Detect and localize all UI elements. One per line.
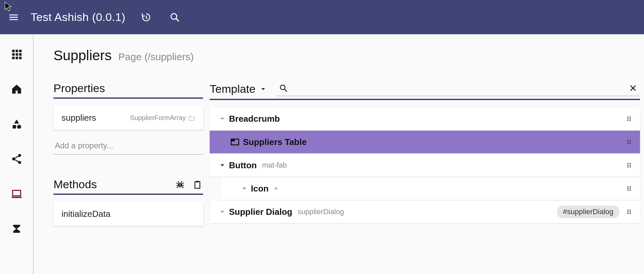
search-icon — [169, 12, 180, 23]
history-button[interactable] — [139, 10, 154, 25]
app-title: Test Ashish (0.0.1) — [31, 11, 125, 24]
svg-point-53 — [630, 190, 631, 191]
debug-button[interactable] — [174, 179, 186, 190]
svg-rect-4 — [19, 50, 22, 53]
property-name: suppliers — [61, 113, 96, 123]
expand-toggle[interactable] — [238, 182, 251, 195]
sidebar-share[interactable] — [8, 151, 25, 167]
svg-point-24 — [280, 85, 285, 90]
tree-row[interactable]: Buttonmat-fab — [210, 154, 640, 177]
chevron-down-icon — [241, 185, 248, 192]
svg-point-46 — [627, 166, 629, 168]
expand-toggle[interactable] — [216, 159, 229, 172]
sidebar-shapes[interactable] — [8, 116, 25, 132]
svg-point-45 — [630, 165, 631, 166]
top-bar: Test Ashish (0.0.1) — [0, 0, 644, 34]
drag-handle[interactable] — [624, 160, 634, 170]
template-search-input[interactable] — [288, 84, 628, 92]
svg-line-17 — [15, 160, 18, 162]
chevron-down-icon — [219, 115, 226, 122]
page-header: Suppliers Page (/suppliers) — [54, 48, 644, 64]
bug-icon — [175, 180, 185, 190]
tree-node-label: Icon — [251, 184, 268, 194]
svg-line-16 — [15, 156, 18, 158]
svg-point-28 — [627, 116, 629, 118]
tree-row[interactable]: Icon+ — [220, 177, 640, 200]
svg-point-51 — [630, 188, 631, 189]
sidebar-home[interactable] — [8, 81, 25, 97]
sidebar-sigma[interactable] — [8, 220, 25, 237]
clipboard-icon — [192, 180, 202, 190]
sidebar-laptop[interactable] — [8, 186, 25, 202]
svg-point-59 — [630, 213, 631, 214]
drag-handle[interactable] — [624, 114, 634, 124]
close-icon — [629, 84, 637, 92]
svg-point-44 — [627, 165, 629, 166]
search-button[interactable] — [167, 10, 182, 25]
svg-rect-9 — [16, 57, 18, 60]
sidebar-apps[interactable] — [8, 46, 25, 63]
method-item[interactable]: initializeData — [54, 202, 203, 226]
template-dropdown[interactable]: Template — [210, 82, 267, 95]
drag-handle[interactable] — [624, 137, 634, 147]
tree-node-sub: + — [274, 184, 278, 193]
template-search[interactable] — [277, 82, 640, 96]
tab-icon — [229, 136, 241, 148]
drag-handle[interactable] — [624, 207, 634, 217]
svg-point-54 — [627, 209, 629, 211]
svg-rect-2 — [12, 50, 15, 53]
menu-button[interactable] — [7, 10, 21, 24]
methods-panel-title: Methods — [54, 178, 97, 191]
svg-rect-3 — [16, 50, 18, 53]
tree-node-label: Breadcrumb — [229, 114, 280, 124]
svg-rect-23 — [196, 181, 199, 182]
svg-point-47 — [630, 166, 631, 168]
tree-row[interactable]: Breadcrumb — [210, 107, 640, 130]
page-subtitle: Page (/suppliers) — [118, 51, 194, 63]
svg-point-30 — [627, 118, 629, 119]
svg-point-15 — [18, 161, 21, 164]
drag-handle[interactable] — [624, 184, 634, 194]
svg-point-58 — [627, 213, 629, 214]
clear-search-button[interactable] — [628, 83, 638, 93]
properties-panel-title: Properties — [54, 82, 105, 95]
laptop-icon — [11, 188, 23, 200]
tree-node-label: Suppliers Table — [243, 137, 307, 147]
svg-point-14 — [12, 158, 15, 161]
methods-panel-header: Methods — [54, 178, 203, 195]
tree-node-label: Button — [229, 160, 257, 171]
tree-row[interactable]: Suppliers Table — [210, 131, 640, 153]
svg-point-42 — [627, 163, 629, 164]
tree-node-label: Supplier Dialog — [229, 207, 292, 217]
svg-rect-8 — [12, 57, 15, 60]
svg-point-50 — [627, 188, 629, 189]
svg-point-38 — [627, 141, 629, 143]
page-title: Suppliers — [54, 48, 112, 64]
tree-row[interactable]: Supplier DialogsupplierDialog#supplierDi… — [210, 201, 640, 223]
tree-node-badge: #supplierDialog — [557, 206, 619, 218]
svg-point-29 — [630, 116, 631, 118]
svg-point-12 — [17, 125, 21, 129]
hamburger-icon — [8, 12, 19, 23]
clipboard-button[interactable] — [192, 179, 203, 190]
expand-toggle[interactable] — [216, 135, 229, 149]
svg-line-25 — [284, 89, 287, 92]
chevron-down-icon — [219, 162, 226, 169]
svg-point-13 — [18, 154, 21, 157]
svg-point-57 — [630, 211, 631, 212]
template-tree: BreadcrumbSuppliers TableButtonmat-fabIc… — [210, 107, 640, 224]
svg-point-37 — [630, 140, 631, 141]
svg-point-36 — [627, 140, 629, 141]
chevron-down-icon — [219, 208, 226, 215]
main-content: Suppliers Page (/suppliers) Properties s… — [34, 34, 644, 274]
expand-toggle[interactable] — [216, 112, 229, 125]
add-property-input[interactable] — [54, 138, 203, 155]
expand-toggle[interactable] — [216, 205, 229, 218]
svg-point-40 — [627, 143, 629, 144]
svg-rect-5 — [12, 53, 15, 56]
home-icon — [11, 83, 23, 95]
template-panel-title: Template — [210, 82, 256, 95]
property-item[interactable]: suppliers SupplierFormArray — [54, 106, 203, 130]
chevron-down-icon — [219, 138, 226, 146]
svg-point-33 — [630, 120, 631, 121]
